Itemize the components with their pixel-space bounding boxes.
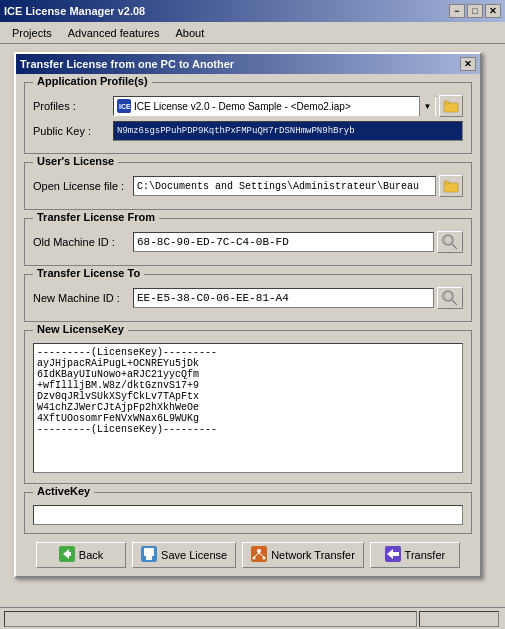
dialog-title: Transfer License from one PC to Another [20,58,234,70]
search-icon [441,289,459,307]
open-license-row: Open License file : [33,175,463,197]
maximize-button[interactable]: □ [467,4,483,18]
new-machine-row: New Machine ID : [33,287,463,309]
svg-point-19 [257,549,261,553]
svg-point-9 [443,291,453,301]
svg-rect-18 [251,546,267,562]
status-panel [4,611,417,627]
folder-icon [443,99,459,113]
transfer-button[interactable]: Transfer [370,542,460,568]
new-machine-label: New Machine ID : [33,292,133,304]
transfer-to-legend: Transfer License To [33,267,144,279]
svg-rect-16 [144,548,154,556]
back-label: Back [79,549,103,561]
public-key-input[interactable] [113,121,463,141]
back-icon [59,546,75,564]
profile-value: ICE License v2.0 - Demo Sample - <Demo2.… [134,101,419,112]
new-license-key-legend: New LicenseKey [33,323,128,335]
svg-rect-14 [69,552,71,556]
public-key-row: Public Key : [33,121,463,141]
svg-text:ICE: ICE [119,103,131,110]
public-key-label: Public Key : [33,125,113,137]
dialog-body: Application Profile(s) Profiles : ICE IC… [16,74,480,576]
network-icon [251,546,267,564]
status-bar [0,607,505,629]
svg-rect-3 [444,101,449,104]
new-machine-search-button[interactable] [437,287,463,309]
open-file-browse-button[interactable] [439,175,463,197]
profiles-row: Profiles : ICE ICE License v2.0 - Demo S… [33,95,463,117]
transfer-from-legend: Transfer License From [33,211,159,223]
app-profiles-legend: Application Profile(s) [33,75,152,87]
dialog: Transfer License from one PC to Another … [14,52,482,578]
svg-line-7 [452,244,457,249]
active-key-group: ActiveKey [24,492,472,534]
svg-rect-4 [444,183,458,192]
network-transfer-button[interactable]: Network Transfer [242,542,364,568]
new-license-key-group: New LicenseKey ---------(LicenseKey)----… [24,330,472,484]
svg-line-10 [452,300,457,305]
users-license-group: User's License Open License file : [24,162,472,210]
search-icon [441,233,459,251]
ice-profile-icon: ICE [117,99,131,113]
save-license-label: Save License [161,549,227,561]
active-key-input[interactable] [33,505,463,525]
menu-bar: Projects Advanced features About [0,22,505,44]
active-key-legend: ActiveKey [33,485,94,497]
dialog-button-row: Back Save License [24,542,472,568]
old-machine-search-button[interactable] [437,231,463,253]
old-machine-label: Old Machine ID : [33,236,133,248]
title-bar: ICE License Manager v2.08 − □ ✕ [0,0,505,22]
dialog-close-button[interactable]: ✕ [460,57,476,71]
new-machine-input[interactable] [133,288,434,308]
folder-open-icon [443,179,459,193]
close-button[interactable]: ✕ [485,4,501,18]
open-file-input[interactable] [133,176,436,196]
status-panel-2 [419,611,499,627]
profile-dropdown-arrow[interactable]: ▼ [419,96,435,116]
app-profiles-group: Application Profile(s) Profiles : ICE IC… [24,82,472,154]
svg-rect-2 [444,103,458,112]
open-file-label: Open License file : [33,180,133,192]
svg-point-6 [443,235,453,245]
save-icon [141,546,157,564]
back-button[interactable]: Back [36,542,126,568]
license-key-textarea[interactable]: ---------(LicenseKey)--------- ayJHjpacR… [33,343,463,473]
svg-rect-17 [146,556,152,560]
menu-projects[interactable]: Projects [4,25,60,41]
network-transfer-label: Network Transfer [271,549,355,561]
menu-advanced[interactable]: Advanced features [60,25,168,41]
svg-rect-5 [444,181,449,184]
outer-window: Transfer License from one PC to Another … [0,44,505,629]
transfer-from-group: Transfer License From Old Machine ID : [24,218,472,266]
old-machine-row: Old Machine ID : [33,231,463,253]
transfer-icon [385,546,401,564]
app-title: ICE License Manager v2.08 [4,5,145,17]
dialog-title-bar: Transfer License from one PC to Another … [16,54,480,74]
title-bar-buttons: − □ ✕ [449,4,501,18]
transfer-label: Transfer [405,549,446,561]
old-machine-input[interactable] [133,232,434,252]
profile-browse-button[interactable] [439,95,463,117]
save-license-button[interactable]: Save License [132,542,236,568]
svg-point-11 [445,293,451,299]
minimize-button[interactable]: − [449,4,465,18]
svg-point-8 [445,237,451,243]
menu-about[interactable]: About [167,25,212,41]
users-license-legend: User's License [33,155,118,167]
transfer-to-group: Transfer License To New Machine ID : [24,274,472,322]
profiles-label: Profiles : [33,100,113,112]
